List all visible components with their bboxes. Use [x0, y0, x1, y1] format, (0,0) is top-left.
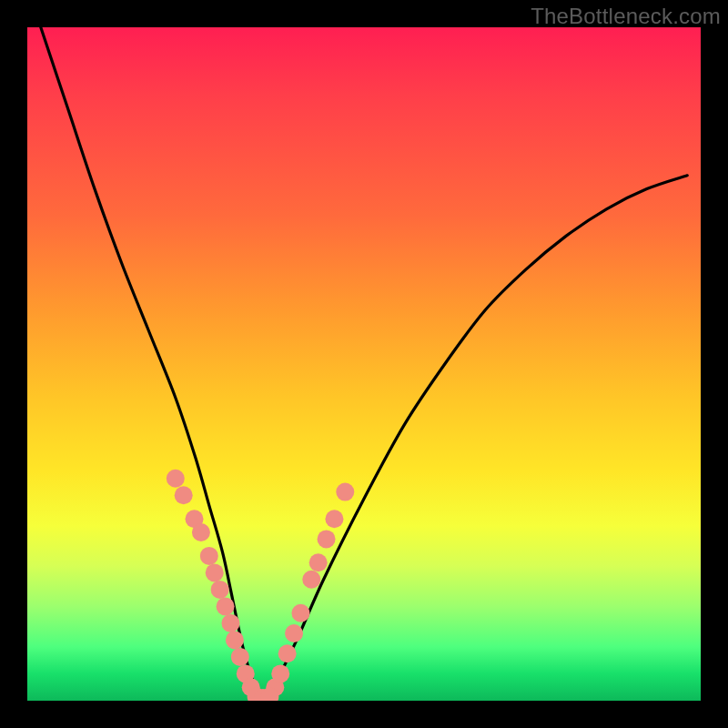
watermark-text: TheBottleneck.com	[531, 4, 721, 29]
marker-dot	[271, 664, 289, 682]
plot-area	[27, 27, 701, 701]
marker-dot	[285, 624, 303, 642]
marker-dot	[211, 581, 229, 599]
marker-dot	[231, 648, 249, 666]
marker-dot	[278, 644, 297, 662]
marker-layer	[167, 470, 354, 701]
chart-frame: TheBottleneck.com	[0, 0, 728, 728]
marker-dot	[192, 523, 210, 541]
marker-dot	[175, 486, 193, 504]
marker-dot	[200, 547, 218, 565]
marker-dot	[336, 483, 354, 501]
marker-dot	[291, 604, 309, 622]
chart-svg	[27, 27, 701, 701]
marker-dot	[206, 563, 224, 581]
marker-dot	[221, 614, 239, 632]
marker-dot	[217, 597, 235, 615]
marker-dot	[325, 510, 343, 528]
marker-dot	[309, 553, 328, 571]
bottleneck-curve	[41, 27, 687, 697]
marker-dot	[318, 530, 336, 548]
marker-dot	[226, 631, 244, 649]
marker-dot	[167, 470, 185, 488]
marker-dot	[302, 571, 320, 589]
